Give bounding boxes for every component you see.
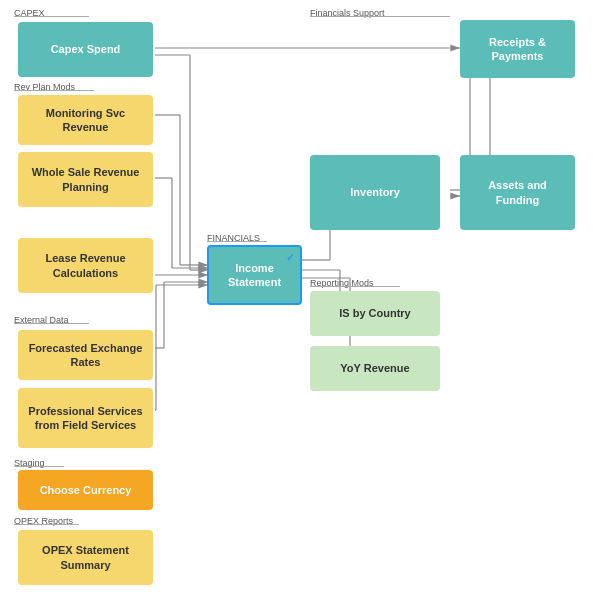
lease-revenue-node[interactable]: Lease Revenue Calculations: [18, 238, 153, 293]
financials-support-line: [310, 16, 450, 17]
opex-reports-line: [14, 524, 79, 525]
staging-line: [14, 466, 64, 467]
external-data-line: [14, 323, 89, 324]
diagram: CAPEX Rev Plan Mods External Data Stagin…: [0, 0, 595, 599]
assets-funding-node[interactable]: Assets and Funding: [460, 155, 575, 230]
capex-spend-node[interactable]: Capex Spend: [18, 22, 153, 77]
is-by-country-node[interactable]: IS by Country: [310, 291, 440, 336]
capex-line: [14, 16, 89, 17]
income-statement-node[interactable]: ✓ Income Statement: [207, 245, 302, 305]
choose-currency-node[interactable]: Choose Currency: [18, 470, 153, 510]
wholesale-node[interactable]: Whole Sale Revenue Planning: [18, 152, 153, 207]
yoy-revenue-node[interactable]: YoY Revenue: [310, 346, 440, 391]
check-icon: ✓: [286, 251, 294, 264]
financials-line: [207, 241, 267, 242]
monitoring-svc-node[interactable]: Monitoring Svc Revenue: [18, 95, 153, 145]
reporting-mods-line: [310, 286, 400, 287]
opex-statement-node[interactable]: OPEX Statement Summary: [18, 530, 153, 585]
professional-services-node[interactable]: Professional Services from Field Service…: [18, 388, 153, 448]
rev-plan-line: [14, 90, 94, 91]
inventory-node[interactable]: Inventory: [310, 155, 440, 230]
receipts-payments-node[interactable]: Receipts & Payments: [460, 20, 575, 78]
forecasted-exchange-node[interactable]: Forecasted Exchange Rates: [18, 330, 153, 380]
